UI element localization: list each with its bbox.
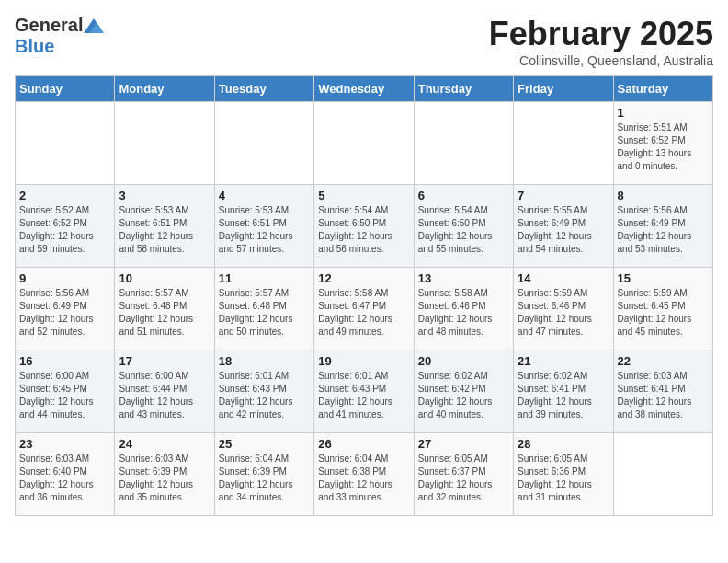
day-number: 12 [318,271,409,285]
day-info: Sunrise: 6:00 AM Sunset: 6:45 PM Dayligh… [19,370,110,421]
day-number: 18 [219,354,310,368]
day-number: 4 [219,189,310,202]
calendar-body: 1Sunrise: 5:51 AM Sunset: 6:52 PM Daylig… [16,102,713,516]
calendar-cell: 17Sunrise: 6:00 AM Sunset: 6:44 PM Dayli… [115,350,214,433]
calendar-cell: 13Sunrise: 5:58 AM Sunset: 6:46 PM Dayli… [414,268,513,350]
calendar-cell [514,102,613,185]
day-number: 24 [119,437,210,451]
day-info: Sunrise: 6:03 AM Sunset: 6:40 PM Dayligh… [19,453,110,504]
day-info: Sunrise: 5:59 AM Sunset: 6:46 PM Dayligh… [518,287,609,339]
day-info: Sunrise: 5:51 AM Sunset: 6:52 PM Dayligh… [618,121,709,173]
day-number: 8 [618,189,709,202]
logo-general: General [15,15,83,36]
calendar-cell: 2Sunrise: 5:52 AM Sunset: 6:52 PM Daylig… [16,185,115,268]
calendar-week-2: 2Sunrise: 5:52 AM Sunset: 6:52 PM Daylig… [16,185,713,268]
calendar-cell: 6Sunrise: 5:54 AM Sunset: 6:50 PM Daylig… [414,185,513,268]
day-info: Sunrise: 5:57 AM Sunset: 6:48 PM Dayligh… [119,287,210,339]
calendar-cell: 24Sunrise: 6:03 AM Sunset: 6:39 PM Dayli… [115,433,214,516]
logo-icon [84,18,104,33]
day-number: 17 [119,354,210,368]
day-info: Sunrise: 5:56 AM Sunset: 6:49 PM Dayligh… [19,287,110,339]
calendar-cell [314,102,414,185]
weekday-header-saturday: Saturday [613,76,712,102]
day-info: Sunrise: 5:53 AM Sunset: 6:51 PM Dayligh… [119,204,210,256]
calendar-cell: 3Sunrise: 5:53 AM Sunset: 6:51 PM Daylig… [115,185,214,268]
day-number: 6 [418,189,509,202]
day-number: 27 [418,437,509,451]
day-info: Sunrise: 6:00 AM Sunset: 6:44 PM Dayligh… [119,370,210,421]
day-info: Sunrise: 6:04 AM Sunset: 6:38 PM Dayligh… [318,453,409,504]
calendar-cell [414,102,513,185]
calendar-cell: 28Sunrise: 6:05 AM Sunset: 6:36 PM Dayli… [514,433,613,516]
day-number: 3 [119,189,210,202]
weekday-header-monday: Monday [115,76,214,102]
weekday-row: SundayMondayTuesdayWednesdayThursdayFrid… [16,76,713,102]
day-info: Sunrise: 5:57 AM Sunset: 6:48 PM Dayligh… [219,287,310,339]
calendar-cell: 12Sunrise: 5:58 AM Sunset: 6:47 PM Dayli… [314,268,414,350]
logo: General Blue [15,15,105,57]
calendar-cell: 11Sunrise: 5:57 AM Sunset: 6:48 PM Dayli… [214,268,313,350]
day-number: 22 [618,354,709,368]
day-number: 20 [418,354,509,368]
calendar-week-4: 16Sunrise: 6:00 AM Sunset: 6:45 PM Dayli… [16,350,713,433]
calendar-cell: 8Sunrise: 5:56 AM Sunset: 6:49 PM Daylig… [613,185,712,268]
title-block: February 2025 Collinsville, Queensland, … [489,15,713,68]
calendar-cell: 1Sunrise: 5:51 AM Sunset: 6:52 PM Daylig… [613,102,712,185]
calendar-week-1: 1Sunrise: 5:51 AM Sunset: 6:52 PM Daylig… [16,102,713,185]
calendar-cell [16,102,115,185]
logo-blue: Blue [15,36,54,57]
calendar-header: SundayMondayTuesdayWednesdayThursdayFrid… [16,76,713,102]
day-number: 26 [318,437,409,451]
day-number: 13 [418,271,509,285]
calendar-cell [214,102,313,185]
day-number: 5 [318,189,409,202]
calendar-cell: 22Sunrise: 6:03 AM Sunset: 6:41 PM Dayli… [613,350,712,433]
day-number: 2 [19,189,110,202]
page-header: General Blue February 2025 Collinsville,… [15,15,713,68]
day-number: 11 [219,271,310,285]
weekday-header-wednesday: Wednesday [314,76,414,102]
calendar-week-5: 23Sunrise: 6:03 AM Sunset: 6:40 PM Dayli… [16,433,713,516]
calendar-cell: 16Sunrise: 6:00 AM Sunset: 6:45 PM Dayli… [16,350,115,433]
day-info: Sunrise: 6:02 AM Sunset: 6:42 PM Dayligh… [418,370,509,421]
calendar-cell: 21Sunrise: 6:02 AM Sunset: 6:41 PM Dayli… [514,350,613,433]
calendar-cell: 19Sunrise: 6:01 AM Sunset: 6:43 PM Dayli… [314,350,414,433]
day-number: 25 [219,437,310,451]
weekday-header-tuesday: Tuesday [214,76,313,102]
weekday-header-sunday: Sunday [16,76,115,102]
calendar-cell [115,102,214,185]
calendar-cell: 9Sunrise: 5:56 AM Sunset: 6:49 PM Daylig… [16,268,115,350]
day-info: Sunrise: 6:02 AM Sunset: 6:41 PM Dayligh… [518,370,609,421]
calendar-cell: 25Sunrise: 6:04 AM Sunset: 6:39 PM Dayli… [214,433,313,516]
calendar-cell: 10Sunrise: 5:57 AM Sunset: 6:48 PM Dayli… [115,268,214,350]
month-title: February 2025 [489,15,713,53]
day-info: Sunrise: 5:58 AM Sunset: 6:47 PM Dayligh… [318,287,409,339]
calendar-cell: 5Sunrise: 5:54 AM Sunset: 6:50 PM Daylig… [314,185,414,268]
day-info: Sunrise: 6:01 AM Sunset: 6:43 PM Dayligh… [318,370,409,421]
calendar-cell: 18Sunrise: 6:01 AM Sunset: 6:43 PM Dayli… [214,350,313,433]
calendar-cell [613,433,712,516]
location: Collinsville, Queensland, Australia [489,53,713,68]
day-number: 21 [518,354,609,368]
calendar-cell: 7Sunrise: 5:55 AM Sunset: 6:49 PM Daylig… [514,185,613,268]
weekday-header-friday: Friday [514,76,613,102]
calendar-cell: 27Sunrise: 6:05 AM Sunset: 6:37 PM Dayli… [414,433,513,516]
day-info: Sunrise: 5:58 AM Sunset: 6:46 PM Dayligh… [418,287,509,339]
day-number: 7 [518,189,609,202]
calendar-cell: 26Sunrise: 6:04 AM Sunset: 6:38 PM Dayli… [314,433,414,516]
day-number: 10 [119,271,210,285]
day-info: Sunrise: 5:53 AM Sunset: 6:51 PM Dayligh… [219,204,310,256]
calendar-week-3: 9Sunrise: 5:56 AM Sunset: 6:49 PM Daylig… [16,268,713,350]
day-info: Sunrise: 5:54 AM Sunset: 6:50 PM Dayligh… [318,204,409,256]
day-number: 1 [618,106,709,120]
day-info: Sunrise: 6:01 AM Sunset: 6:43 PM Dayligh… [219,370,310,421]
day-number: 14 [518,271,609,285]
day-info: Sunrise: 5:52 AM Sunset: 6:52 PM Dayligh… [19,204,110,256]
day-info: Sunrise: 6:05 AM Sunset: 6:36 PM Dayligh… [518,453,609,504]
calendar-cell: 20Sunrise: 6:02 AM Sunset: 6:42 PM Dayli… [414,350,513,433]
calendar-cell: 15Sunrise: 5:59 AM Sunset: 6:45 PM Dayli… [613,268,712,350]
day-info: Sunrise: 5:54 AM Sunset: 6:50 PM Dayligh… [418,204,509,256]
day-info: Sunrise: 6:04 AM Sunset: 6:39 PM Dayligh… [219,453,310,504]
day-number: 28 [518,437,609,451]
weekday-header-thursday: Thursday [414,76,513,102]
